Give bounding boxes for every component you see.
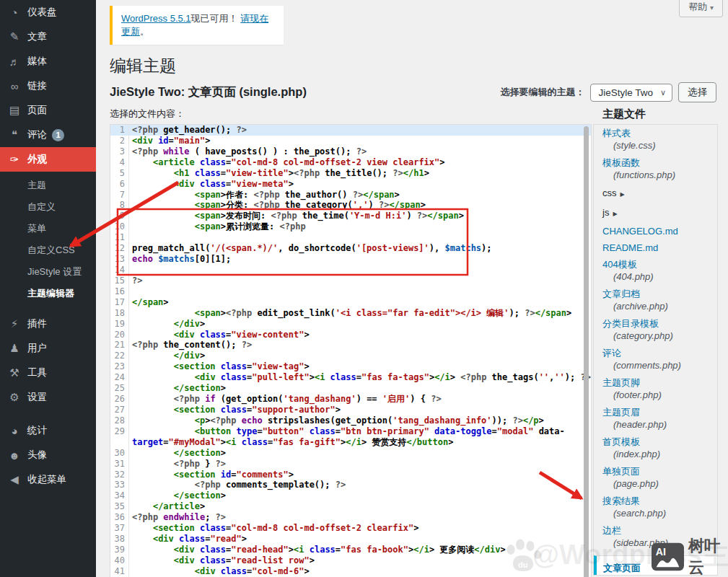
code-line: 21<?php the_content(); ?> [110,340,591,351]
sidebar-item-链接[interactable]: ∞链接 [0,74,96,98]
code-line: 18 <span><?php edit_post_link('<i class=… [110,308,591,319]
sidebar-item-插件[interactable]: ⚡插件 [0,312,96,336]
code-line: 30 </section> [110,448,591,459]
line-number: 27 [110,405,129,415]
file-label: 分类目录模板 [602,317,709,330]
theme-file-(sidebar.php)[interactable]: 边栏(sidebar.php) [594,522,717,552]
theme-file-(footer.php)[interactable]: 主题页脚(footer.php) [594,374,717,404]
line-number: 13 [110,254,129,265]
code-text: </section> [129,383,226,394]
theme-file-(404.php)[interactable]: 404模板(404.php) [594,256,717,286]
code-text: <?php while ( have_posts() ) : the_post(… [129,146,367,157]
submenu-item-自定义[interactable]: 自定义 [0,196,96,218]
theme-file-(single.php)[interactable]: 文章页面(single.php) [594,555,717,576]
line-number: 36 [110,512,129,523]
code-line: 1<?php get_header(); ?> [110,125,591,136]
sidebar-item-仪表盘[interactable]: ◔仪表盘 [0,0,96,25]
sidebar-item-统计[interactable]: ◕统计 [0,418,96,443]
code-text: <section class="col-md-8 col-md-offset-2… [129,523,418,534]
appearance-icon: ✑ [7,153,22,166]
folder-label: css [602,188,617,198]
line-number: 22 [110,351,129,361]
code-line: 5 <h1 class="view-title"><?php the_title… [110,168,591,179]
theme-folder-css[interactable]: css▶ [594,184,717,203]
line-number: 8 [110,200,129,211]
file-name: (page.php) [602,477,709,490]
sidebar-item-评论[interactable]: ❝评论1 [0,123,96,147]
page-title: 编辑主题 [110,56,716,76]
code-text: <?php comments_template(); ?> [129,480,346,490]
line-number: 9 [110,211,129,221]
code-text: <section class="support-author"> [129,405,341,415]
code-line: 2<div id="main"> [110,136,591,146]
sidebar-item-媒体[interactable]: ♬媒体 [0,49,96,74]
file-label: 主题页眉 [602,406,709,418]
sidebar-item-外观[interactable]: ✑外观 [0,147,96,172]
editor-scrollbar[interactable] [584,126,589,577]
submenu-item-主题[interactable]: 主题 [0,175,96,196]
file-content-label: 选择的文件内容： [110,107,592,124]
theme-file-README.md[interactable]: README.md [594,239,717,256]
code-line: 25 </section> [110,383,591,394]
line-number: 32 [110,470,129,480]
theme-select[interactable]: JieStyle Two ∨ [590,84,672,102]
theme-file-(page.php)[interactable]: 单独页面(page.php) [594,463,717,493]
theme-file-(header.php)[interactable]: 主题页眉(header.php) [594,404,717,433]
code-text: <?php if (get_option('tang_dashang') == … [129,394,442,405]
code-line: 4 <article class="col-md-8 col-md-offset… [110,157,591,168]
line-number: 16 [110,286,129,297]
theme-file-(functions.php)[interactable]: 模板函数(functions.php) [594,154,717,184]
submenu-item-主题编辑器[interactable]: 主题编辑器 [0,283,96,304]
sidebar-item-用户[interactable]: ♟用户 [0,336,96,361]
file-label: 搜索结果 [602,495,709,507]
file-label: 边栏 [602,524,709,537]
line-number: 2 [110,136,129,146]
code-line: 10 <span>累计浏览量: <?php [110,221,591,232]
code-text: <?php endwhile; ?> [129,512,226,523]
theme-file-(style.css)[interactable]: 样式表(style.css) [594,125,717,154]
theme-file-(search.php)[interactable]: 搜索结果(search.php) [594,493,717,522]
submenu-item-自定义CSS[interactable]: 自定义CSS [0,239,96,261]
theme-file-(comments.php)[interactable]: 评论(comments.php) [594,345,717,374]
line-number: 40 [110,555,129,566]
theme-folder-js[interactable]: js▶ [594,203,717,223]
line-number: 3 [110,146,129,157]
file-name: (index.php) [602,448,709,460]
submenu-item-JieStyle 设置[interactable]: JieStyle 设置 [0,261,96,283]
line-number: 20 [110,330,129,340]
sidebar-item-label: 外观 [27,153,47,166]
help-tab[interactable]: 帮助 ▾ [679,0,723,17]
theme-file-CHANGELOG.md[interactable]: CHANGELOG.md [594,223,717,239]
theme-file-(category.php)[interactable]: 分类目录模板(category.php) [594,315,717,345]
line-number: 41 [110,566,129,577]
sidebar-item-设置[interactable]: ⚙设置 [0,385,96,410]
sidebar-item-头像[interactable]: ☻头像 [0,443,96,467]
wordpress-version-link[interactable]: WordPress 5.5.1 [121,13,191,24]
code-text: target="#myModal"><i class="fas fa-gift"… [129,437,453,448]
submenu-item-菜单[interactable]: 菜单 [0,218,96,239]
sidebar-item-文章[interactable]: ✎文章 [0,25,96,49]
code-text: <?php the_content(); ?> [129,340,252,351]
line-number: 26 [110,394,129,405]
code-text: <div class="col-md-6"> [129,566,310,577]
code-line: 7 <span>作者: <?php the_author() ?></span> [110,190,591,201]
sidebar-item-收起菜单[interactable]: ◀收起菜单 [0,467,96,492]
theme-file-(index.php)[interactable]: 首页模板(index.php) [594,433,717,463]
sidebar-item-工具[interactable]: ⚒工具 [0,361,96,385]
code-line: 13echo $matchs[0][1]; [110,254,591,265]
code-line: 32 <section id="comments"> [110,470,591,480]
theme-file-(archive.php)[interactable]: 文章归档(archive.php) [594,286,717,315]
folder-expand-icon: ▶ [620,191,625,198]
theme-select-label: 选择要编辑的主题： [500,86,584,99]
file-name: (comments.php) [602,359,709,371]
code-line: 37 <section class="col-md-8 col-md-offse… [110,523,591,534]
line-number: 35 [110,501,129,512]
code-editor[interactable]: 1<?php get_header(); ?>2<div id="main">3… [110,124,592,577]
sidebar-item-label: 评论 [27,128,47,141]
plugins-icon: ⚡ [7,317,22,330]
select-theme-button[interactable]: 选择 [678,82,716,102]
sidebar-item-页面[interactable]: ▤页面 [0,98,96,123]
line-number: 5 [110,168,129,179]
code-text: <div class="read-list row"> [129,555,315,566]
file-label: 404模板 [602,258,709,270]
